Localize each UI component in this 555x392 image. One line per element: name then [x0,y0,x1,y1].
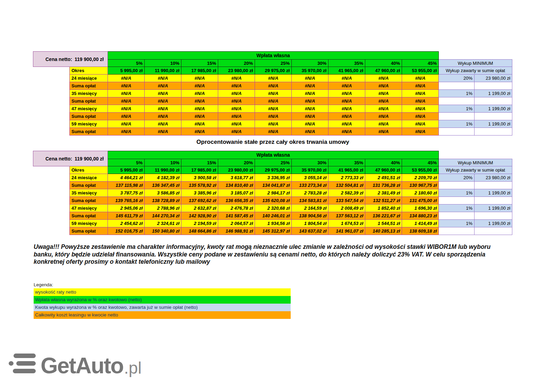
sum-value-cell: 140 285,13 zł [365,227,402,235]
deposit-header: Wpłata własna [108,52,439,60]
installment-value-cell: #N/A [292,105,328,113]
deposit-percent-cell: 10% [145,159,181,166]
installment-value-cell: 2 164,59 zł [292,204,328,212]
empty-gap [33,204,70,212]
sum-value-cell: 133 273,34 zł [292,182,328,189]
empty-gap [33,189,70,197]
deposit-percent-cell: 25% [255,60,292,67]
sum-value-cell: 136 347,45 zł [145,182,181,189]
installment-value-cell: 3 185,07 zł [218,189,255,197]
installment-value-cell: #N/A [365,120,402,128]
buyout-empty-cell [475,197,512,204]
deposit-percent-cell: 15% [181,60,218,67]
sum-value-cell: #N/A [328,97,365,105]
installment-value-cell: #N/A [402,75,439,82]
period-label-cell: 47 miesięcy [70,105,108,113]
sum-value-cell: 144 270,34 zł [145,212,181,220]
empty-gap [33,113,70,120]
buyout-empty-cell [475,82,512,90]
buyout-empty-cell [439,197,475,204]
installment-value-cell: 3 336,95 zł [255,174,292,182]
buyout-empty-cell [439,227,475,235]
installment-value-cell: #N/A [145,75,181,82]
sum-value-cell: #N/A [402,128,439,136]
sum-value-cell: 135 620,08 zł [255,197,292,204]
price-netto-box: Cena netto:119 900,00 zł [33,52,108,67]
buyout-percent-cell: 1% [439,90,475,97]
logo-name: GetAuto [41,355,123,376]
sum-value-cell: 138 728,89 zł [145,197,181,204]
installment-value-cell: #N/A [328,105,365,113]
installment-value-cell: 2 783,28 zł [292,189,328,197]
buyout-percent-cell: 1% [439,220,475,227]
sum-label-cell: Suma opłat [70,82,108,90]
sum-value-cell: #N/A [255,97,292,105]
sum-value-cell: #N/A [108,128,145,136]
empty-corner [439,151,512,159]
sum-value-cell: #N/A [365,97,402,105]
buyout-subheader: Wykup zawarty w sumie opłat [439,67,512,75]
buyout-empty-cell [439,113,475,120]
sum-value-cell: 130 967,75 zł [402,182,439,189]
price-netto-value: 119 900,00 zł [75,156,104,161]
installment-value-cell: 2 491,51 zł [365,174,402,182]
buyout-amount-cell: 23 980,00 zł [475,174,512,182]
deposit-percent-cell: 30% [292,159,328,166]
empty-gap [33,212,70,220]
sum-value-cell: #N/A [292,97,328,105]
buyout-empty-cell [475,212,512,220]
installment-value-cell: #N/A [255,120,292,128]
buyout-amount-cell: 1 199,00 zł [475,105,512,113]
buyout-empty-cell [439,97,475,105]
sum-value-cell: 137 115,98 zł [108,182,145,189]
installment-value-cell: #N/A [108,105,145,113]
leasing-table-variable-rate: Cena netto:119 900,00 złWpłata własna5%1… [33,51,512,136]
installment-value-cell: #N/A [292,75,328,82]
installment-value-cell: #N/A [218,90,255,97]
sum-value-cell: #N/A [108,97,145,105]
buyout-amount-cell: 1 199,00 zł [475,90,512,97]
legend-item: Wpłata własna wyrażona w % oraz kwotowo … [34,296,291,304]
deposit-percent-cell: 20% [218,60,255,67]
fixed-rate-title: Oprocentowanie stałe przez cały okres tr… [108,139,438,146]
price-netto-label: Cena netto: [45,156,72,161]
deposit-amount-cell: 41 965,00 zł [328,67,365,75]
empty-gap [33,90,70,97]
leasing-table-fixed-rate: Cena netto:119 900,00 złWpłata własna5%1… [33,151,512,235]
installment-value-cell: #N/A [218,75,255,82]
deposit-amount-cell: 5 995,00 zł [108,67,145,75]
installment-value-cell: #N/A [292,120,328,128]
sum-value-cell: #N/A [181,113,218,120]
period-label-cell: 47 miesięcy [70,204,108,212]
getauto-logo: GetAuto .pl [9,353,142,376]
deposit-amount-cell: 29 975,00 zł [255,166,292,174]
deposit-percent-cell: 35% [328,60,365,67]
deposit-amount-cell: 35 970,00 zł [292,166,328,174]
installment-value-cell: 2 984,17 zł [255,189,292,197]
sum-value-cell: 141 587,45 zł [218,212,255,220]
sum-label-cell: Suma opłat [70,113,108,120]
sum-value-cell: 137 692,62 zł [181,197,218,204]
installment-value-cell: #N/A [145,120,181,128]
price-netto-label: Cena netto: [45,57,72,62]
empty-gap [33,105,70,113]
installment-value-cell: #N/A [145,90,181,97]
installment-value-cell: 3 385,96 zł [181,189,218,197]
installment-value-cell: #N/A [181,105,218,113]
deposit-percent-cell: 10% [145,60,181,67]
installment-value-cell: #N/A [365,75,402,82]
sum-value-cell: 146 988,91 zł [218,227,255,235]
sum-value-cell: 141 961,07 zł [328,227,365,235]
sum-value-cell: #N/A [292,82,328,90]
buyout-subheader: Wykup zawarty w sumie opłat [439,166,512,174]
installment-value-cell: #N/A [365,90,402,97]
buyout-amount-cell: 1 199,00 zł [475,220,512,227]
installment-value-cell: 2 476,78 zł [218,204,255,212]
buyout-amount-cell: 23 980,00 zł [475,75,512,82]
disclaimer-note: Uwaga!!! Powyższe zestawienie ma charakt… [34,243,512,266]
installment-value-cell: 2 773,33 zł [328,174,365,182]
sum-value-cell: 131 736,28 zł [365,182,402,189]
deposit-amount-cell: 53 955,00 zł [402,166,439,174]
installment-value-cell: #N/A [218,120,255,128]
getauto-logo-icon [9,353,37,374]
